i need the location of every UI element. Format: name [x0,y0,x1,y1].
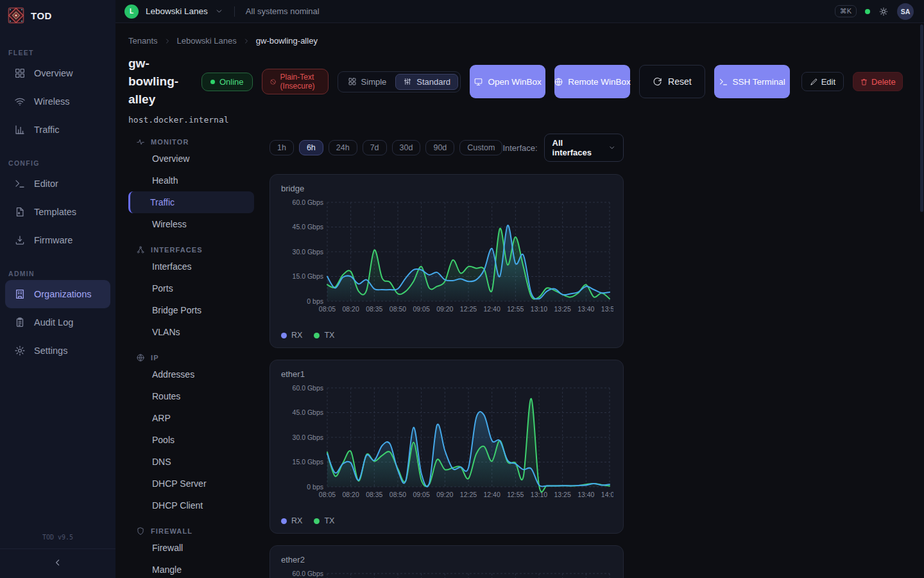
sidebar-item-templates[interactable]: Templates [5,198,110,226]
svg-text:08:50: 08:50 [389,305,406,313]
svg-text:60.0 Gbps: 60.0 Gbps [293,384,323,392]
time-range-24h[interactable]: 24h [329,140,357,155]
subnav-item-addresses[interactable]: Addresses [128,363,254,385]
svg-text:13:55: 13:55 [601,305,613,313]
legend-entry-tx: TX [314,331,334,340]
mode-simple-button[interactable]: Simple [340,74,395,90]
chevron-down-icon [608,144,615,152]
scrollbar-thumb[interactable] [920,24,923,212]
device-subnav: MONITOROverviewHealthTrafficWirelessINTE… [128,134,254,578]
gear-icon [14,345,26,356]
subnav-item-overview[interactable]: Overview [128,148,254,170]
subnav-item-mangle[interactable]: Mangle [128,559,254,578]
time-range-1h[interactable]: 1h [270,140,294,155]
sidebar-item-wireless[interactable]: Wireless [5,87,110,116]
bar-chart-icon [14,124,26,136]
chart-legend: RXTX [281,516,613,525]
user-avatar[interactable]: SA [897,3,914,20]
command-palette-shortcut[interactable]: ⌘K [835,5,857,17]
svg-text:09:20: 09:20 [436,305,453,313]
topbar-right: ⌘K SA [835,3,914,20]
sidebar-item-traffic[interactable]: Traffic [5,116,110,144]
legend-label: TX [324,516,334,525]
sidebar-item-label: Templates [34,207,76,217]
sidebar-item-settings[interactable]: Settings [5,337,110,365]
subnav-item-ports[interactable]: Ports [128,277,254,299]
time-range-group: 1h6h24h7d30d90dCustom [270,140,502,155]
theme-toggle-sun-icon[interactable] [878,6,889,17]
wifi-icon [14,96,26,107]
subnav-item-dhcp-client[interactable]: DHCP Client [128,495,254,516]
device-header: gw-bowling-alley Online Plain-Text (Inse… [128,55,909,109]
subnav-item-vlans[interactable]: VLANs [128,321,254,343]
mode-standard-button[interactable]: Standard [395,74,458,90]
breadcrumb-separator-icon [243,37,250,45]
file-icon [14,206,26,218]
svg-text:13:10: 13:10 [531,491,547,498]
sidebar-item-overview[interactable]: Overview [5,59,110,87]
interface-select[interactable]: All interfaces [544,134,624,162]
sidebar-item-label: Overview [34,68,73,78]
tenant-selector[interactable]: Lebowski Lanes [146,6,208,16]
sidebar-item-firmware[interactable]: Firmware [5,226,110,254]
svg-text:09:05: 09:05 [413,491,430,498]
sidebar-item-label: Editor [34,179,58,189]
globe-icon [554,77,563,87]
subnav-item-traffic[interactable]: Traffic [128,191,254,213]
svg-text:08:05: 08:05 [319,305,336,313]
remote-winbox-button[interactable]: Remote WinBox [554,65,630,98]
time-range-custom[interactable]: Custom [459,140,502,155]
delete-button[interactable]: Delete [853,72,903,91]
subnav-item-routes[interactable]: Routes [128,385,254,407]
breadcrumb-item-tenants[interactable]: Tenants [128,36,158,46]
svg-text:08:35: 08:35 [366,305,382,313]
svg-text:09:05: 09:05 [413,305,430,313]
sidebar-collapse-button[interactable] [0,548,116,575]
svg-text:14:00: 14:00 [601,491,613,498]
ssh-terminal-button[interactable]: SSH Terminal [714,65,790,98]
sidebar-item-editor[interactable]: Editor [5,170,110,198]
reset-button[interactable]: Reset [639,65,705,98]
legend-dot-icon [314,333,320,338]
connection-status-dot [865,9,870,14]
building-icon [14,288,26,300]
insecure-label: Plain-Text (Insecure) [280,73,321,91]
edit-label: Edit [821,77,835,87]
subnav-item-bridge-ports[interactable]: Bridge Ports [128,299,254,321]
sidebar-item-organizations[interactable]: Organizations [5,280,110,308]
open-winbox-button[interactable]: Open WinBox [470,65,545,98]
time-range-7d[interactable]: 7d [363,140,387,155]
chevron-down-icon[interactable] [215,7,223,15]
edit-button[interactable]: Edit [801,72,844,91]
sidebar-item-audit-log[interactable]: Audit Log [5,308,110,337]
subnav-item-interfaces[interactable]: Interfaces [128,256,254,277]
device-body: MONITOROverviewHealthTrafficWirelessINTE… [128,134,909,578]
subnav-item-pools[interactable]: Pools [128,429,254,451]
time-range-6h[interactable]: 6h [299,140,323,155]
delete-label: Delete [871,77,896,87]
nav-section-admin: ADMIN [8,270,116,277]
subnav-item-arp[interactable]: ARP [128,407,254,429]
subnav-item-dns[interactable]: DNS [128,451,254,473]
pencil-icon [810,78,818,86]
share-icon [136,245,145,254]
subnav-item-health[interactable]: Health [128,170,254,191]
charts-column: 1h6h24h7d30d90dCustom Interface: All int… [270,134,624,578]
svg-text:13:10: 13:10 [531,305,547,313]
refresh-icon [653,77,662,87]
time-range-30d[interactable]: 30d [392,140,421,155]
topbar: L Lebowski Lanes All systems nominal ⌘K … [116,0,924,23]
time-range-90d[interactable]: 90d [425,140,454,155]
svg-text:12:25: 12:25 [460,491,477,498]
svg-text:12:40: 12:40 [484,305,501,313]
svg-text:45.0 Gbps: 45.0 Gbps [293,408,323,416]
subnav-item-wireless[interactable]: Wireless [128,213,254,235]
subnav-item-firewall[interactable]: Firewall [128,537,254,559]
breadcrumb-item-lebowski-lanes[interactable]: Lebowski Lanes [177,36,237,46]
svg-text:0 bps: 0 bps [307,297,323,305]
subnav-item-dhcp-server[interactable]: DHCP Server [128,473,254,495]
globe-icon [136,353,145,362]
interface-filter: Interface: All interfaces [502,134,624,162]
sidebar-nav: FLEETOverviewWirelessTrafficCONFIGEditor… [0,31,116,527]
legend-label: RX [291,516,302,525]
